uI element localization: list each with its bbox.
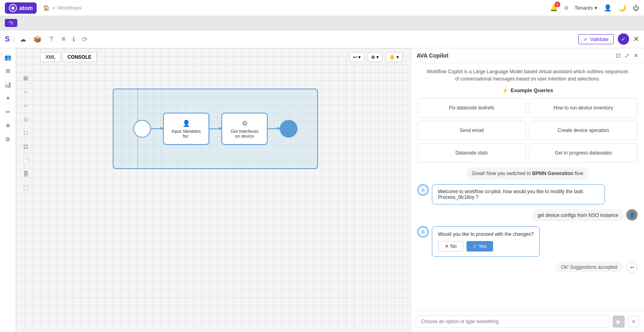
canvas-toolbar: XML CONSOLE xyxy=(40,52,97,62)
sidebar-people-icon[interactable]: 👥 xyxy=(2,52,14,63)
suggestions-row: Ok! Suggestions accepted ↩ xyxy=(417,262,638,273)
logo-text: atom xyxy=(19,5,33,11)
copilot-close-icon[interactable]: ✕ xyxy=(634,52,638,59)
menu-icon[interactable]: ≡ xyxy=(564,4,568,12)
bot-avatar-1: A xyxy=(417,184,429,196)
query-3-text: Send email xyxy=(460,128,484,133)
confirm-button[interactable]: ✓ xyxy=(618,33,629,45)
active-tab[interactable]: *s xyxy=(5,19,17,27)
hand-icon: ✋ xyxy=(389,54,395,60)
theme-icon[interactable]: 🌙 xyxy=(618,4,626,12)
undo-dropdown-icon: ▾ xyxy=(358,54,361,60)
undo-button[interactable]: ↩ ▾ xyxy=(349,52,364,62)
validate-button[interactable]: ✓ Validate xyxy=(578,34,614,44)
example-queries-label: Example Queries xyxy=(511,87,553,93)
copilot-description: Workflow Copilot is a Large Language Mod… xyxy=(417,68,638,82)
home-icon[interactable]: 🏠 xyxy=(43,5,50,11)
fit-button[interactable]: ⊕ ▾ xyxy=(367,52,382,62)
user-bubble-1: get device configs from NSO instance xyxy=(533,209,623,221)
fit-dropdown-icon: ▾ xyxy=(376,54,379,60)
bpmn-start-event[interactable] xyxy=(133,120,151,138)
db-tool[interactable]: 🗄 xyxy=(20,168,31,179)
copilot-header-icons: ⊡ ⤢ ✕ xyxy=(616,52,638,59)
top-nav: atom 🏠 > Workflows 🔔 0 ≡ Tenants ▾ 👤 🌙 ⏻ xyxy=(0,0,644,16)
tenant-label: Tenants xyxy=(574,5,593,11)
xml-tab[interactable]: XML xyxy=(40,52,61,62)
proceed-buttons: ✕ No ✓ Yes xyxy=(438,241,534,252)
proceed-bubble: Would you like to proceed with the chang… xyxy=(432,226,540,257)
send-icon: ▶ xyxy=(617,318,621,325)
page-tool[interactable]: 📄 xyxy=(20,155,31,166)
bpmn-task-1[interactable]: 👤 Input Variables for: xyxy=(163,113,209,145)
no-button[interactable]: ✕ No xyxy=(438,241,463,252)
second-nav: *s xyxy=(0,16,644,30)
info-icon[interactable]: ℹ xyxy=(71,34,76,45)
sidebar-snowflake-icon[interactable]: ❄ xyxy=(2,120,14,131)
notification-icon[interactable]: 🔔 0 xyxy=(550,4,558,12)
query-card-2[interactable]: How to run device inventory xyxy=(529,98,638,118)
copilot-input[interactable] xyxy=(416,315,609,328)
list-icon[interactable]: ≡ xyxy=(60,34,67,44)
transform-icon[interactable]: ⊤ xyxy=(47,34,56,45)
yes-label: Yes xyxy=(479,243,487,249)
query-card-6[interactable]: Get in progress datanodes xyxy=(529,143,638,163)
send-button[interactable]: ▶ xyxy=(613,316,625,328)
query-card-4[interactable]: Create device operation xyxy=(529,121,638,140)
package-icon[interactable]: 📦 xyxy=(32,34,43,45)
bpmn-arrow-2 xyxy=(209,128,221,129)
copilot-expand-icon[interactable]: ⤢ xyxy=(625,52,630,59)
copilot-menu-icon: ≡ xyxy=(632,319,635,324)
task1-label-line2: for: xyxy=(183,134,190,138)
undo-button[interactable]: ↩ xyxy=(626,262,638,273)
refresh-icon[interactable]: ⟳ xyxy=(80,34,89,45)
query-card-5[interactable]: Datanode stats xyxy=(417,143,526,163)
copilot-header: AVA Copilot ⊡ ⤢ ✕ xyxy=(411,48,644,63)
lightning-icon: ⚡ xyxy=(502,87,508,93)
bot-message-1-row: A Welcome to workflow co-pilot, how woul… xyxy=(417,184,638,204)
task1-person-icon: 👤 xyxy=(182,120,190,127)
select-tool[interactable]: ⊞ xyxy=(20,72,31,84)
task1-label-line1: Input Variables xyxy=(171,129,201,134)
sidebar-pen-icon[interactable]: ✏ xyxy=(2,106,14,118)
sidebar-layers-icon[interactable]: ⊞ xyxy=(2,65,14,76)
copilot-menu-button[interactable]: ≡ xyxy=(628,316,639,327)
example-queries-header: ⚡ Example Queries xyxy=(417,87,638,93)
cloud-icon[interactable]: ☁ xyxy=(18,34,28,45)
circle-tool-2[interactable]: ○ xyxy=(20,100,31,111)
toolbar-right: ✓ Validate ✓ ✕ xyxy=(578,33,639,45)
rect-tool[interactable]: □ xyxy=(20,127,31,138)
hand-button[interactable]: ✋ ▾ xyxy=(386,52,402,62)
logo-area[interactable]: atom xyxy=(5,2,37,14)
profile-icon[interactable]: 👤 xyxy=(604,4,612,12)
logo-icon xyxy=(9,4,17,12)
breadcrumb-separator: > xyxy=(52,5,55,11)
query-card-3[interactable]: Send email xyxy=(417,121,526,140)
tenant-selector[interactable]: Tenants ▾ xyxy=(574,5,597,11)
bpmn-task-2[interactable]: ⚙ Get Interfaces on device xyxy=(221,113,268,145)
power-icon[interactable]: ⏻ xyxy=(633,4,639,12)
query-grid: Fix datanode leafrefs How to run device … xyxy=(417,98,638,163)
main-area: 👥 ⊞ 📊 ✦ ✏ ❄ ⚙ XML CONSOLE ↩ ▾ ⊕ ▾ ✋ ▾ xyxy=(0,48,644,332)
bpmn-end-event[interactable] xyxy=(280,120,297,138)
yes-button[interactable]: ✓ Yes xyxy=(466,241,493,252)
console-tab[interactable]: CONSOLE xyxy=(62,52,97,62)
sidebar-chart-icon[interactable]: 📊 xyxy=(2,79,14,90)
canvas-area: XML CONSOLE ↩ ▾ ⊕ ▾ ✋ ▾ ⊞ ○ ○ ◇ □ ⊡ xyxy=(16,48,411,332)
shape-toolbar: ⊞ ○ ○ ◇ □ ⊡ 📄 🗄 ⬚ xyxy=(20,72,31,193)
frame-tool[interactable]: ⬚ xyxy=(20,182,31,193)
system-message: Great! Now you switched to BPMN Generati… xyxy=(466,167,589,179)
bpmn-arrow-1 xyxy=(151,128,163,129)
yes-check-icon: ✓ xyxy=(473,243,477,249)
bpmn-diagram[interactable]: 👤 Input Variables for: ⚙ Get Interfaces … xyxy=(113,89,318,169)
notification-badge: 0 xyxy=(555,2,560,7)
query-card-1[interactable]: Fix datanode leafrefs xyxy=(417,98,526,118)
copilot-minimize-icon[interactable]: ⊡ xyxy=(616,52,621,59)
rect-sm-tool[interactable]: ⊡ xyxy=(20,141,31,152)
sidebar-settings-icon[interactable]: ⚙ xyxy=(2,134,14,145)
query-1-text: Fix datanode leafrefs xyxy=(449,105,494,111)
close-toolbar-button[interactable]: ✕ xyxy=(633,35,639,43)
bot-message-2-row: A Would you like to proceed with the cha… xyxy=(417,226,638,257)
sidebar-star-icon[interactable]: ✦ xyxy=(2,93,14,104)
diamond-tool[interactable]: ◇ xyxy=(20,113,31,125)
circle-tool[interactable]: ○ xyxy=(20,86,31,97)
